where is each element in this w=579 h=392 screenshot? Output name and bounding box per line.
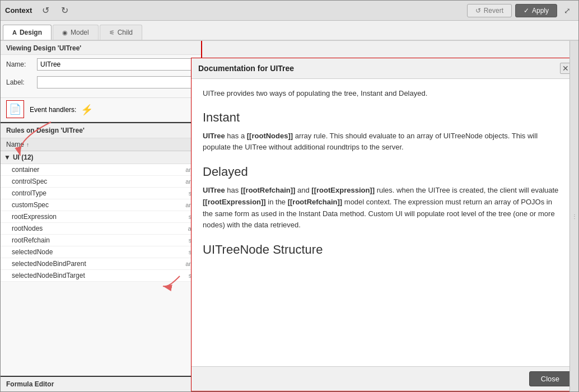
doc-scroll-area: UITree provides two ways of populating t… (192, 79, 578, 366)
doc-modal-footer: Close (192, 366, 578, 391)
design-tab-icon: A (12, 29, 17, 36)
rules-section: Rules on Design 'UITree' Name ↑ ▼ UI (12… (1, 122, 201, 376)
group-expand-icon[interactable]: ▼ (4, 153, 11, 161)
doc-rootrefchain2-bold: [[rootRefchain]] (288, 198, 343, 206)
expand-icon[interactable]: ⤢ (561, 4, 574, 17)
form-area: Name: Mixins: Label: UIControlMixin (1, 55, 201, 98)
tab-child[interactable]: ⚟ Child (100, 25, 142, 40)
doc-icon-button[interactable]: 📄 (6, 100, 24, 118)
event-handlers-label: Event handlers: (30, 106, 76, 114)
doc-rootexpression-bold: [[rootExpression]] (311, 186, 375, 194)
doc-content: UITree provides two ways of populating t… (192, 79, 571, 366)
rules-table-header: Name ↑ (1, 138, 201, 151)
rule-name: selectedNodeBindParent (12, 260, 179, 268)
title-bar-right: ↺ Revert ✓ Apply ⤢ (467, 4, 574, 17)
apply-button[interactable]: ✓ Apply (515, 4, 557, 17)
rule-name: customSpec (12, 201, 179, 209)
tab-child-label: Child (118, 29, 133, 36)
table-row[interactable]: container any (1, 164, 201, 176)
doc-section-2-heading: UITreeNode Structure (203, 242, 560, 257)
doc-rootexpr2-bold: [[rootExpression]] (203, 198, 266, 206)
doc-modal: Documentation for UITree ✕ UITree provid… (191, 58, 578, 391)
table-row[interactable]: rootNodes arr (1, 223, 201, 235)
doc-modal-title: Documentation for UITree (198, 64, 294, 73)
revert-button[interactable]: ↺ Revert (467, 4, 512, 17)
table-row[interactable]: customSpec any (1, 199, 201, 211)
doc-rootrefchain-bold: [[rootRefchain]] (241, 186, 296, 194)
label-input[interactable] (37, 76, 194, 88)
rule-name: rootExpression (12, 213, 179, 221)
doc-modal-header: Documentation for UITree ✕ (192, 58, 578, 79)
table-row[interactable]: controlType str (1, 188, 201, 199)
apply-label: Apply (532, 7, 549, 15)
apply-check-icon: ✓ (524, 7, 529, 15)
doc-section-1-content: UITree has [[rootRefchain]] and [[rootEx… (203, 185, 560, 231)
table-row[interactable]: controlSpec any (1, 176, 201, 188)
doc-close-footer-button[interactable]: Close (529, 371, 571, 386)
table-row[interactable]: selectedNodeBindParent any (1, 258, 201, 270)
revert-icon: ↺ (475, 7, 481, 15)
table-row[interactable]: rootRefchain str (1, 235, 201, 246)
undo-button[interactable]: ↺ (38, 3, 53, 18)
table-row[interactable]: selectedNodeBindTarget str (1, 270, 201, 282)
rule-name: controlSpec (12, 178, 179, 185)
doc-uitree-bold-0: UITree (203, 132, 225, 140)
name-label: Name: (6, 60, 37, 68)
revert-label: Revert (484, 7, 503, 15)
tab-design[interactable]: A Design (3, 25, 52, 40)
label-row: Label: (6, 76, 194, 88)
tab-model-label: Model (71, 29, 89, 36)
rule-name: container (12, 166, 179, 174)
title-bar-icons: ↺ ↻ (38, 3, 72, 18)
content-area: Viewing Design 'UITree' Name: Mixins: La… (1, 41, 578, 391)
name-column-header: Name ↑ (6, 141, 195, 148)
viewing-label: Viewing Design 'UITree' (1, 41, 201, 55)
main-window: Context ↺ ↻ ↺ Revert ✓ Apply ⤢ A Design … (0, 0, 579, 392)
lightning-icon[interactable]: ⚡ (81, 104, 93, 116)
doc-section-1-heading: Delayed (203, 165, 560, 179)
table-row[interactable]: rootExpression str (1, 211, 201, 223)
handle-dots: ⋮ (572, 213, 577, 220)
group-ui: ▼ UI (12) (1, 151, 201, 164)
label-label: Label: (6, 78, 37, 86)
rules-header: Rules on Design 'UITree' (1, 122, 201, 138)
rule-name: selectedNode (12, 248, 179, 256)
doc-rootnodes-bold: [[rootNodes]] (247, 132, 293, 140)
rule-name: rootNodes (12, 225, 179, 232)
rule-name: rootRefchain (12, 236, 179, 244)
window-title: Context (5, 6, 32, 15)
right-side-handle[interactable]: ⋮ (569, 41, 578, 391)
doc-event-row: 📄 Event handlers: ⚡ (1, 98, 201, 122)
formula-editor: Formula Editor (1, 376, 201, 391)
name-col-label: Name (6, 141, 24, 148)
tab-design-label: Design (20, 29, 42, 36)
table-row[interactable]: selectedNode str (1, 246, 201, 258)
tab-model[interactable]: ◉ Model (53, 25, 99, 40)
child-tab-icon: ⚟ (109, 29, 115, 36)
group-label: UI (12) (13, 153, 34, 161)
sort-arrow: ↑ (26, 142, 29, 148)
rules-list: ▼ UI (12) container any controlSpec any … (1, 151, 201, 376)
redo-button[interactable]: ↻ (57, 3, 72, 18)
rule-name: selectedNodeBindTarget (12, 272, 179, 279)
rule-name: controlType (12, 189, 179, 197)
event-handlers-area: Event handlers: ⚡ (30, 104, 93, 116)
title-bar: Context ↺ ↻ ↺ Revert ✓ Apply ⤢ (1, 1, 578, 21)
doc-section-0-content: UITree has a [[rootNodes]] array rule. T… (203, 130, 560, 154)
doc-section-0-heading: Instant (203, 110, 560, 125)
name-row: Name: (6, 58, 194, 71)
model-tab-icon: ◉ (62, 29, 68, 36)
name-input[interactable] (37, 58, 194, 71)
left-panel: Viewing Design 'UITree' Name: Mixins: La… (1, 41, 202, 391)
doc-uitree-bold-1: UITree (203, 186, 225, 194)
doc-intro: UITree provides two ways of populating t… (203, 88, 560, 99)
tabs-bar: A Design ◉ Model ⚟ Child (1, 21, 578, 41)
title-bar-left: Context ↺ ↻ (5, 3, 72, 18)
